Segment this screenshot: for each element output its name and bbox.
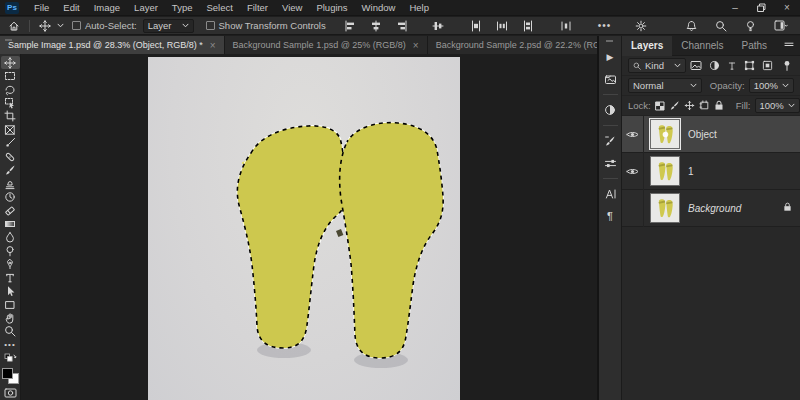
menu-type[interactable]: Type — [165, 0, 200, 15]
lock-all-icon[interactable] — [714, 98, 724, 113]
more-options-icon[interactable]: ••• — [594, 18, 616, 34]
tab-channels[interactable]: Channels — [672, 36, 732, 56]
move-tool[interactable] — [1, 56, 20, 69]
menu-help[interactable]: Help — [402, 0, 436, 15]
eraser-tool[interactable] — [1, 204, 20, 217]
pen-tool[interactable] — [1, 258, 20, 271]
character-panel-icon[interactable] — [600, 183, 621, 205]
shape-tool[interactable] — [1, 298, 20, 311]
notifications-bell-icon[interactable] — [682, 18, 701, 34]
chevron-down-icon[interactable] — [55, 18, 66, 34]
distribute-left-icon[interactable] — [466, 18, 486, 34]
object-selection-tool[interactable] — [1, 96, 20, 109]
menu-edit[interactable]: Edit — [56, 0, 86, 15]
brush-settings-panel-icon[interactable] — [600, 130, 621, 152]
dodge-tool[interactable] — [1, 244, 20, 257]
lock-pixels-icon[interactable] — [669, 98, 680, 113]
eyedropper-tool[interactable] — [1, 137, 20, 150]
zoom-tool[interactable] — [1, 325, 20, 338]
layer-thumbnail[interactable] — [650, 193, 680, 223]
filter-type-layers-icon[interactable] — [725, 58, 739, 73]
layer-row-background[interactable]: Background — [622, 190, 800, 227]
tab-layers[interactable]: Layers — [622, 36, 672, 56]
minimize-button[interactable]: – — [722, 0, 748, 15]
show-transform-checkbox[interactable] — [206, 21, 215, 30]
healing-brush-tool[interactable] — [1, 150, 20, 163]
adjustments-panel-icon[interactable] — [600, 99, 621, 121]
menu-plugins[interactable]: Plugins — [309, 0, 354, 15]
path-selection-tool[interactable] — [1, 284, 20, 297]
canvas-pasteboard[interactable] — [22, 54, 597, 400]
actions-panel-icon[interactable]: ▶ — [600, 46, 621, 68]
menu-filter[interactable]: Filter — [240, 0, 275, 15]
menu-file[interactable]: File — [27, 0, 56, 15]
align-center-horizontal-icon[interactable] — [366, 18, 386, 34]
foreground-background-swatches[interactable] — [2, 368, 19, 384]
blur-tool[interactable] — [1, 231, 20, 244]
filter-smart-objects-icon[interactable] — [761, 58, 775, 73]
lock-position-icon[interactable] — [684, 98, 695, 113]
opacity-field[interactable]: 100% — [749, 78, 794, 93]
layer-name[interactable]: Background — [688, 203, 741, 214]
move-tool-icon[interactable] — [35, 18, 55, 34]
document-tab-sample-image-1[interactable]: Sample Image 1.psd @ 28.3% (Object, RGB/… — [0, 36, 225, 54]
menu-image[interactable]: Image — [87, 0, 127, 15]
document-canvas[interactable] — [148, 57, 460, 400]
close-button[interactable]: × — [774, 0, 800, 15]
filter-pixel-layers-icon[interactable] — [690, 58, 704, 73]
filter-adjustment-layers-icon[interactable] — [707, 58, 721, 73]
visibility-toggle[interactable] — [622, 153, 644, 190]
distribute-spacing-icon[interactable] — [556, 18, 576, 34]
quick-mask-icon[interactable] — [1, 386, 20, 399]
panel-menu-icon[interactable] — [784, 40, 800, 51]
layer-thumbnail[interactable] — [650, 156, 680, 186]
gradient-tool[interactable] — [1, 217, 20, 230]
default-colors-icon[interactable] — [1, 352, 20, 365]
brush-tool[interactable] — [1, 164, 20, 177]
paragraph-panel-icon[interactable]: ¶ — [600, 205, 621, 227]
layer-name[interactable]: Object — [688, 129, 717, 140]
align-right-icon[interactable] — [392, 18, 412, 34]
search-icon[interactable] — [711, 18, 731, 34]
history-brush-tool[interactable] — [1, 190, 20, 203]
menu-view[interactable]: View — [275, 0, 309, 15]
align-vertical-centers-icon[interactable] — [428, 18, 448, 34]
auto-select-target-dropdown[interactable]: Layer — [143, 19, 194, 33]
filter-toggle-pin-icon[interactable] — [780, 58, 794, 73]
document-tab-background-sample-1[interactable]: Background Sample 1.psd @ 25% (RGB/8) × — [225, 36, 428, 54]
visibility-toggle[interactable] — [622, 116, 644, 153]
lasso-tool[interactable] — [1, 83, 20, 96]
layer-thumbnail[interactable] — [650, 119, 680, 149]
close-tab-icon[interactable]: × — [413, 40, 419, 51]
menu-layer[interactable]: Layer — [127, 0, 165, 15]
workspace-gear-icon[interactable] — [631, 18, 651, 34]
frame-tool[interactable] — [1, 123, 20, 136]
close-tab-icon[interactable]: × — [210, 40, 216, 51]
workspace-switcher-icon[interactable] — [770, 18, 792, 34]
gradients-panel-icon[interactable] — [600, 152, 621, 174]
distribute-right-icon[interactable] — [518, 18, 538, 34]
hand-tool[interactable] — [1, 311, 20, 324]
home-icon[interactable] — [4, 18, 24, 34]
visibility-toggle[interactable] — [622, 190, 644, 227]
filter-kind-dropdown[interactable]: Kind — [628, 58, 686, 73]
layer-row-object[interactable]: Object — [622, 116, 800, 153]
blend-mode-dropdown[interactable]: Normal — [628, 78, 702, 93]
layer-row-1[interactable]: 1 — [622, 153, 800, 190]
foreground-color-swatch[interactable] — [2, 368, 13, 379]
clone-stamp-tool[interactable] — [1, 177, 20, 190]
restore-button[interactable] — [748, 0, 774, 15]
expand-panels-icon[interactable] — [600, 36, 621, 46]
align-left-icon[interactable] — [340, 18, 360, 34]
tab-paths[interactable]: Paths — [733, 36, 777, 56]
lock-artboard-icon[interactable] — [699, 98, 710, 113]
auto-select-checkbox[interactable] — [72, 21, 81, 30]
menu-window[interactable]: Window — [355, 0, 403, 15]
lock-transparency-icon[interactable] — [655, 98, 665, 113]
edit-toolbar-icon[interactable]: ••• — [1, 338, 20, 351]
discover-icon[interactable] — [741, 18, 760, 34]
menu-select[interactable]: Select — [199, 0, 239, 15]
fill-field[interactable]: 100% — [755, 98, 800, 113]
crop-tool[interactable] — [1, 110, 20, 123]
marquee-tool[interactable] — [1, 69, 20, 82]
